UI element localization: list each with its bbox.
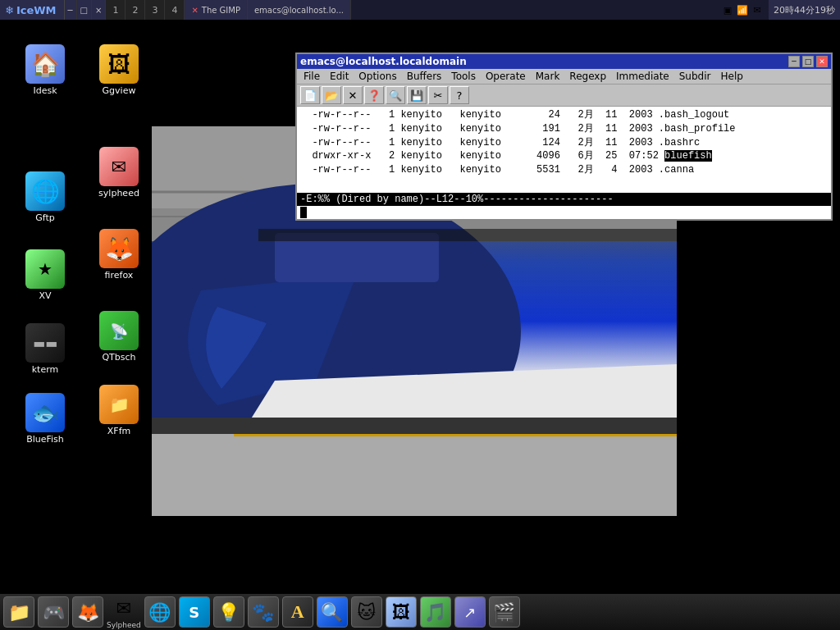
tool-new[interactable]: 📄: [300, 86, 320, 104]
emacs-minibuf[interactable]: [297, 206, 831, 219]
menu-regexp[interactable]: Regexp: [564, 70, 611, 83]
menu-subdir[interactable]: Subdir: [674, 70, 716, 83]
svg-rect-9: [152, 418, 677, 434]
emacs-window: emacs@localhost.localdomain ─ □ ✕ File E…: [295, 52, 833, 221]
tool-help[interactable]: ❓: [364, 86, 384, 104]
desktop-icon-xffm[interactable]: 📁 XFfm: [86, 385, 152, 436]
idesk-label: Idesk: [33, 85, 57, 96]
svg-rect-10: [258, 229, 677, 241]
bottom-icon-firefox[interactable]: 🦊: [72, 596, 103, 628]
menu-tools[interactable]: Tools: [446, 70, 481, 83]
menu-options[interactable]: Options: [354, 70, 401, 83]
bottom-icon-photo[interactable]: 🖼: [386, 596, 417, 628]
gimp-title: The GIMP: [202, 6, 240, 15]
close-btn[interactable]: ×: [92, 0, 106, 20]
desktop-icon-firefox[interactable]: 🦊 firefox: [86, 229, 152, 281]
taskbar-top: ❄ IceWM ─ □ × 1 2 3 4 ✕ The GIMP emacs@l…: [0, 0, 840, 20]
emacs-statusbar: -E:%% (Dired by name)--L12--10%---------…: [297, 193, 831, 206]
systray: ▣ 📶 ✉: [716, 0, 769, 20]
kterm-icon: ▬▬: [25, 323, 65, 363]
file-line-1: -rw-r--r-- 1 kenyito kenyito 24 2月 11 20…: [300, 108, 828, 122]
bottom-icon-font[interactable]: A: [282, 596, 313, 628]
bottom-icon-lightbulb[interactable]: 💡: [213, 596, 244, 628]
desktop-icon-gftp[interactable]: 🌐 Gftp: [12, 171, 78, 223]
file-line-3: -rw-r--r-- 1 kenyito kenyito 124 2月 11 2…: [300, 136, 828, 150]
emacs-content: -rw-r--r-- 1 kenyito kenyito 24 2月 11 20…: [297, 107, 831, 193]
minimize-btn[interactable]: ─: [65, 0, 77, 20]
bottom-icon-sylpheed[interactable]: ✉ Sylpheed: [107, 595, 141, 629]
qtbsch-icon: 📡: [99, 311, 139, 350]
emacs-close-btn[interactable]: ✕: [816, 56, 828, 67]
firefox-icon: 🦊: [99, 229, 139, 268]
bottom-icon-music[interactable]: 🎵: [420, 596, 451, 628]
workspaces: 1 2 3 4: [106, 0, 185, 20]
workspace-2[interactable]: 2: [126, 0, 145, 20]
menu-operate[interactable]: Operate: [481, 70, 531, 83]
xv-label: XV: [39, 290, 51, 301]
svg-rect-6: [152, 430, 677, 516]
xffm-label: XFfm: [107, 426, 130, 436]
emacs-minimize-btn[interactable]: ─: [788, 56, 800, 67]
menu-edit[interactable]: Edit: [325, 70, 354, 83]
menu-immediate[interactable]: Immediate: [611, 70, 674, 83]
workspace-4[interactable]: 4: [165, 0, 185, 20]
ggview-icon: 🖼: [99, 44, 139, 84]
bottom-icon-gamepad[interactable]: 🎮: [38, 596, 69, 628]
workspace-1[interactable]: 1: [106, 0, 126, 20]
xv-icon: ★: [25, 249, 65, 289]
bottom-icon-arrow[interactable]: ↗: [454, 596, 486, 628]
ggview-label: Ggview: [103, 85, 136, 96]
emacs-maximize-btn[interactable]: □: [802, 56, 814, 67]
desktop-icon-ggview[interactable]: 🖼 Ggview: [86, 44, 152, 96]
wm-logo-text: IceWM: [16, 4, 57, 16]
tool-open[interactable]: 📂: [322, 86, 341, 104]
clock: 20時44分19秒: [769, 0, 840, 20]
desktop-icon-sylpheed[interactable]: ✉ sylpheed: [86, 147, 152, 199]
highlighted-bluefish: bluefish: [664, 150, 712, 162]
firefox-label: firefox: [105, 270, 134, 281]
xffm-icon: 📁: [99, 385, 139, 424]
menu-mark[interactable]: Mark: [531, 70, 565, 83]
wm-logo-icon: ❄: [5, 4, 14, 16]
menu-buffers[interactable]: Buffers: [402, 70, 447, 83]
menu-file[interactable]: File: [299, 70, 325, 83]
kterm-label: kterm: [32, 364, 59, 375]
emacs-title: emacs@localhost.lo...: [254, 6, 344, 15]
gimp-close-x: ✕: [191, 6, 198, 15]
tool-save[interactable]: 💾: [407, 86, 427, 104]
wm-logo[interactable]: ❄ IceWM: [0, 0, 65, 20]
bottom-icon-search[interactable]: 🔍: [317, 596, 348, 628]
emacs-toolbar: 📄 📂 ✕ ❓ 🔍 💾 ✂ ?: [297, 84, 831, 107]
workspace-3[interactable]: 3: [145, 0, 165, 20]
desktop-icon-qtbsch[interactable]: 📡 QTbsch: [86, 311, 152, 363]
emacs-cursor: [300, 207, 307, 218]
tool-close[interactable]: ✕: [343, 86, 363, 104]
emacs-window-title: emacs@localhost.localdomain: [300, 56, 467, 67]
bottom-icon-globe[interactable]: 🌐: [144, 596, 176, 628]
bottom-icon-skype[interactable]: S: [179, 596, 210, 628]
gftp-label: Gftp: [35, 212, 55, 223]
desktop-icon-idesk[interactable]: 🏠 Idesk: [12, 44, 78, 96]
menu-help[interactable]: Help: [715, 70, 747, 83]
desktop-icon-bluefish[interactable]: 🐟 BlueFish: [12, 393, 78, 445]
taskbar-bottom: 📁 🎮 🦊 ✉ Sylpheed 🌐 S 💡 🐾 A 🔍 🐱 🖼 🎵 ↗ 🎬: [0, 594, 840, 630]
maximize-btn[interactable]: □: [77, 0, 92, 20]
sylpheed-label: sylpheed: [98, 188, 139, 199]
emacs-taskbar-btn[interactable]: emacs@localhost.lo...: [248, 0, 351, 20]
bottom-icon-video[interactable]: 🎬: [489, 596, 520, 628]
tool-question[interactable]: ?: [450, 86, 469, 104]
tool-search[interactable]: 🔍: [386, 86, 405, 104]
tool-cut[interactable]: ✂: [428, 86, 448, 104]
bottom-icon-cat[interactable]: 🐱: [351, 596, 382, 628]
qtbsch-label: QTbsch: [102, 352, 135, 363]
sylpheed-icon: ✉: [99, 147, 139, 186]
file-line-2: -rw-r--r-- 1 kenyito kenyito 191 2月 11 2…: [300, 122, 828, 136]
sylpheed-bottom-label: Sylpheed: [107, 621, 141, 629]
desktop-icon-xv[interactable]: ★ XV: [12, 249, 78, 301]
gimp-taskbar-btn[interactable]: ✕ The GIMP: [185, 0, 248, 20]
desktop-icon-kterm[interactable]: ▬▬ kterm: [12, 323, 78, 375]
emacs-window-buttons: ─ □ ✕: [788, 56, 828, 67]
bottom-icon-folder[interactable]: 📁: [3, 596, 34, 628]
bottom-icon-animals[interactable]: 🐾: [248, 596, 279, 628]
emacs-menubar: File Edit Options Buffers Tools Operate …: [297, 69, 831, 84]
